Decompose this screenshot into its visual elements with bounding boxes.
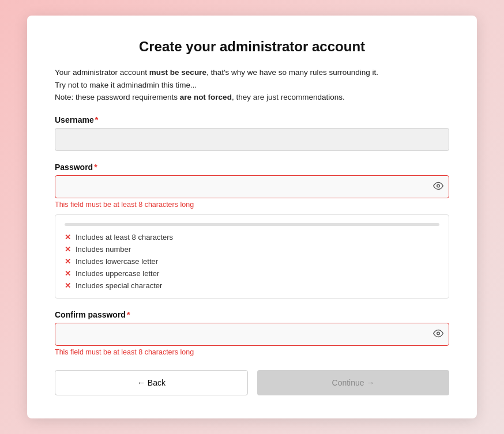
button-row: ← Back Continue → bbox=[55, 370, 449, 395]
req-icon-2: ✕ bbox=[65, 258, 71, 265]
back-button-label: ← Back bbox=[137, 378, 166, 387]
desc-line3-bold: are not forced bbox=[180, 93, 232, 101]
req-label-4: Includes special character bbox=[76, 281, 162, 290]
password-field-group: Password* This field must be at least 8 … bbox=[55, 163, 449, 299]
confirm-password-toggle-icon[interactable] bbox=[433, 328, 443, 340]
req-icon-4: ✕ bbox=[65, 282, 71, 289]
confirm-password-label: Confirm password* bbox=[55, 310, 449, 319]
req-item-0: ✕ Includes at least 8 characters bbox=[65, 233, 439, 241]
req-icon-0: ✕ bbox=[65, 233, 71, 241]
back-button[interactable]: ← Back bbox=[55, 370, 248, 395]
confirm-password-field-group: Confirm password* This field must be at … bbox=[55, 310, 449, 356]
req-item-4: ✕ Includes special character bbox=[65, 281, 439, 290]
username-field-group: Username* bbox=[55, 115, 449, 151]
strength-bar bbox=[65, 223, 439, 226]
req-item-1: ✕ Includes number bbox=[65, 245, 439, 254]
req-icon-1: ✕ bbox=[65, 246, 71, 253]
password-input-wrapper bbox=[55, 175, 449, 198]
continue-button[interactable]: Continue → bbox=[257, 370, 449, 395]
req-label-3: Includes uppercase letter bbox=[76, 269, 159, 278]
admin-account-card: Create your administrator account Your a… bbox=[27, 16, 477, 418]
password-requirements-box: ✕ Includes at least 8 characters ✕ Inclu… bbox=[55, 214, 449, 299]
confirm-password-required: * bbox=[127, 310, 130, 319]
password-required: * bbox=[94, 163, 97, 172]
desc-line1-prefix: Your administrator account bbox=[55, 68, 149, 77]
confirm-password-input-wrapper bbox=[55, 323, 449, 346]
req-item-3: ✕ Includes uppercase letter bbox=[65, 269, 439, 278]
password-label: Password* bbox=[55, 163, 449, 172]
password-error: This field must be at least 8 characters… bbox=[55, 201, 449, 209]
req-icon-3: ✕ bbox=[65, 270, 71, 277]
svg-point-1 bbox=[437, 332, 440, 335]
req-label-1: Includes number bbox=[76, 245, 131, 254]
username-label: Username* bbox=[55, 115, 449, 124]
svg-point-0 bbox=[437, 184, 440, 187]
req-label-0: Includes at least 8 characters bbox=[76, 233, 173, 241]
page-title: Create your administrator account bbox=[55, 39, 449, 55]
desc-line3-suffix: , they are just recommendations. bbox=[232, 93, 345, 101]
desc-line1-bold: must be secure bbox=[149, 68, 206, 77]
username-input[interactable] bbox=[55, 128, 449, 151]
desc-line2: Try not to make it adminadmin this time.… bbox=[55, 81, 197, 89]
req-item-2: ✕ Includes lowercase letter bbox=[65, 257, 439, 266]
req-label-2: Includes lowercase letter bbox=[76, 257, 158, 266]
continue-button-label: Continue → bbox=[332, 378, 375, 387]
username-required: * bbox=[95, 115, 98, 124]
password-toggle-icon[interactable] bbox=[433, 180, 443, 193]
password-input[interactable] bbox=[55, 175, 449, 198]
confirm-password-error: This field must be at least 8 characters… bbox=[55, 348, 449, 356]
desc-line3-prefix: Note: these password requirements bbox=[55, 93, 180, 101]
desc-line1-suffix: , that's why we have so many rules surro… bbox=[206, 68, 378, 77]
description-block: Your administrator account must be secur… bbox=[55, 66, 449, 104]
confirm-password-input[interactable] bbox=[55, 323, 449, 346]
